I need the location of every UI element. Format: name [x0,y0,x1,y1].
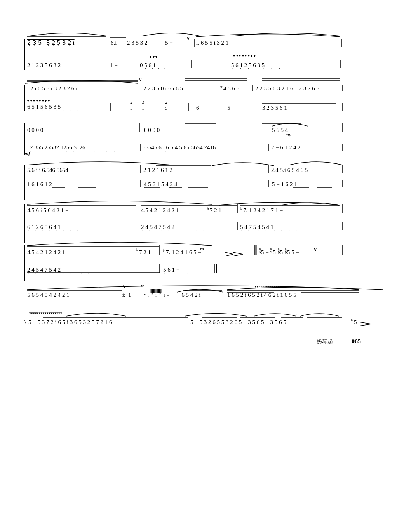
svg-text:♭: ♭ [240,206,242,211]
svg-text:▾ ▾  ▾ ▾  ▾ ▾ ▾ ▾: ▾ ▾ ▾ ▾ ▾ ▾ ▾ ▾ [233,54,256,58]
svg-text:5: 5 [130,105,133,111]
composer-footer: 扬琴起 [317,339,333,345]
svg-text:·: · [49,108,50,112]
svg-text:·: · [114,149,115,153]
svg-text:2  4   5  4   7  5   4  2: 2 4 5 4 7 5 4 2 [141,224,174,230]
svg-text:ź: ź [122,292,125,298]
svg-text:tr: tr [141,283,144,288]
svg-text:2 3  5  3 2: 2 3 5 3 2 [127,40,148,46]
svg-text:5   −   1 6   2 1: 5 − 1 6 2 1 [272,181,297,187]
svg-text:5.6  i  i  6.546  5654: 5.6 i i 6.546 5654 [27,167,68,173]
svg-text:7 2 1: 7 2 1 [210,207,221,213]
svg-text:2.355  25532  1256  5126: 2.355 25532 1256 5126 [30,144,85,151]
svg-text:2 2 3 5 0 i 6 i 6 5: 2 2 3 5 0 i 6 i 6 5 [143,85,183,92]
svg-text:·: · [271,66,272,71]
svg-text:·: · [164,66,165,71]
svg-text:2  1  2  3  5  6  3  2: 2 1 2 3 5 6 3 2 [27,62,61,68]
svg-text:·: · [176,271,177,275]
svg-text:·: · [28,108,30,112]
svg-text:3 2 3  5 6 1: 3 2 3 5 6 1 [262,105,287,111]
svg-text:∨: ∨ [186,36,190,41]
score-svg: 2̣ 3̣ 5̣ . 3̣ 2̣ 5̣ 3̣ 2̣ i 6.i 2 3 5 3 … [21,14,394,532]
svg-text:ź: ź [159,291,161,296]
svg-text:·: · [77,108,78,112]
svg-text:♭: ♭ [163,248,165,253]
svg-text:ź: ź [144,291,146,296]
svg-text:·: · [164,271,165,275]
svg-text:·: · [158,66,159,71]
svg-text:▾ ▾ ▾: ▾ ▾ ▾ [150,55,157,59]
svg-text:6: 6 [196,105,199,111]
svg-text:1 6 5 2 i 6 5 2 i 4 6 2 i 1 6 : 1 6 5 2 i 6 5 2 i 4 6 2 i 1 6 5 5 − [227,292,301,298]
svg-text:4.5  4  2  1  2  4  2  1: 4.5 4 2 1 2 4 2 1 [27,249,65,255]
svg-text:i: i [155,293,157,298]
svg-text:5  6  1  2  5  6  3  5: 5 6 1 2 5 6 3 5 [231,62,265,68]
svg-text:i: i [148,293,149,298]
svg-text:0 5  6  1: 0 5 6 1 [140,62,156,68]
svg-text:2 2 3 5 6 3 2 1 6 1 2 3 7 6 5: 2 2 3 5 6 3 2 1 6 1 2 3 7 6 5 [255,85,319,92]
svg-text:4 5 6 5: 4 5 6 5 [223,85,239,92]
svg-text:7. 1  2  4  1  6  5  −: 7. 1 2 4 1 6 5 − [166,249,201,255]
svg-text:2  4    5  4    7  5    4  2: 2 4 5 4 7 5 4 2 [27,267,61,273]
svg-text:7  2  1: 7 2 1 [139,249,151,255]
svg-text:4 5   6 1   5   4 2 4: 4 5 6 1 5 4 2 4 [144,181,178,187]
svg-text:·: · [287,66,288,71]
svg-text:▾ ▾ ▾ ▾ ▾ ▾ ▾ ▾: ▾ ▾ ▾ ▾ ▾ ▾ ▾ ▾ [27,99,50,103]
svg-text:·: · [279,66,280,71]
svg-text:2    1 2 1 6 1    2   −: 2 1 2 1 6 1 2 − [143,167,177,173]
svg-text:1    −: 1 − [110,62,118,68]
svg-text:1   6   1 6   1 2: 1 6 1 6 1 2 [27,181,52,187]
svg-text:i. 6  5  5  i  3  2  1: i. 6 5 5 i 3 2 1 [196,40,228,46]
svg-text:∨: ∨ [313,246,317,252]
svg-text:0      0      0      0: 0 0 0 0 [27,127,43,133]
svg-text:1: 1 [142,105,145,111]
svg-text:·: · [52,324,54,328]
svg-text:·: · [73,149,74,153]
svg-text:2̣ 3̣ 5̣ . 3̣ 2̣ 5̣ 3̣ 2̣ i: 2̣ 3̣ 5̣ . 3̣ 2̣ 5̣ 3̣ 2̣ i [27,40,75,46]
svg-text:♯5 − ♯5 ♯5 ♯5 5  −: ♯5 − ♯5 ♯5 ♯5 5 − [258,249,299,255]
svg-text:·: · [35,108,37,112]
svg-text:5  −  5 3 2 6 5  5 3 2 6 5  − : 5 − 5 3 2 6 5 5 3 2 6 5 − 3 5 6 5 − 3 5 … [190,319,291,325]
svg-text:→: → [318,312,322,316]
svg-text:mp: mp [286,132,291,137]
svg-text:i 2 i 6 5 6 i 3 2 3 2 6 i: i 2 i 6 5 6 i 3 2 3 2 6 i [27,85,77,92]
svg-text:·: · [87,149,88,153]
svg-text:·: · [94,149,96,153]
svg-text:·: · [66,149,67,153]
svg-text:−  6 5 4 2 i  −: − 6 5 4 2 i − [177,292,205,298]
svg-text:·: · [64,324,65,328]
svg-text:·: · [30,149,31,153]
svg-text:2: 2 [165,99,168,105]
svg-text:5: 5 [227,105,230,111]
svg-text:5  6  5  4  5  4  2  4  2  1  : 5 6 5 4 5 4 2 4 2 1 − [27,292,74,298]
svg-text:4.5 6  i  5  6  4  2  1  −: 4.5 6 i 5 6 4 2 1 − [27,207,68,213]
svg-text:1  −: 1 − [128,292,136,298]
svg-text:2: 2 [130,99,133,105]
svg-text:#: # [220,84,223,89]
svg-text:5  −: 5 − [165,40,173,46]
svg-text:2  −  6 1 2 4 2: 2 − 6 1 2 4 2 [271,144,301,151]
svg-text:4.5 4 2 1 2 4 2 1: 4.5 4 2 1 2 4 2 1 [141,207,179,213]
svg-text:·: · [187,271,188,275]
svg-text:→: → [293,312,298,316]
svg-text:·: · [106,149,107,153]
svg-text:3: 3 [142,99,145,105]
svg-text:♭: ♭ [207,206,209,211]
svg-text:2.4  5.i  6.5 4 6 5: 2.4 5.i 6.5 4 6 5 [271,167,308,173]
svg-text:55545  6 i 6 5 4 5 6 i  5654  : 55545 6 i 6 5 4 5 6 i 5654 2416 [143,144,216,151]
svg-text:·: · [183,185,184,190]
svg-text:5  −  5 3 7 2 i  6 5 i 3 6 5 3: 5 − 5 3 7 2 i 6 5 i 3 6 5 3 2 5 7 2 1 6 [28,319,112,325]
svg-text:·: · [70,108,71,112]
svg-text:♭: ♭ [136,248,138,252]
svg-text:6  5  1  5  6  5  3  5: 6 5 1 5 6 5 3 5 [27,104,61,110]
svg-text:7. 1  2  4  2  1  7  1 −: 7. 1 2 4 2 1 7 1 − [243,207,283,213]
svg-text:6.i: 6.i [111,40,117,46]
svg-text:·: · [63,108,64,112]
svg-text:5  4   7  5   4  5   4  1: 5 4 7 5 4 5 4 1 [240,224,273,230]
svg-text:ê: ê [351,317,353,322]
svg-text:ź: ź [151,291,153,296]
svg-text:0      0             0      0: 0 0 0 0 [144,127,160,133]
svg-text:·: · [56,108,57,112]
svg-text:·: · [42,108,44,112]
svg-text:∨: ∨ [139,77,142,82]
